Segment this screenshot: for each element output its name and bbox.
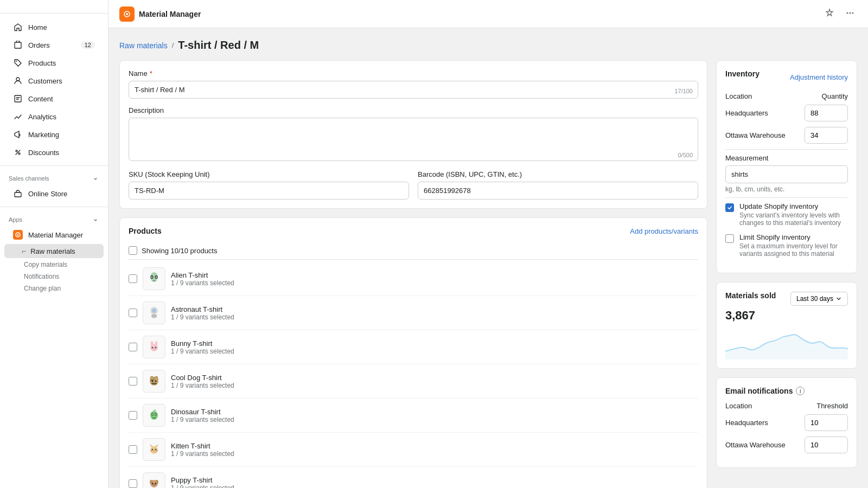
- orders-icon: [13, 40, 23, 50]
- svg-point-1: [16, 61, 17, 62]
- product-checkbox-bunny[interactable]: [129, 343, 137, 351]
- product-thumb-bunny: [143, 336, 165, 358]
- description-input[interactable]: [129, 118, 698, 161]
- adjustment-history-link[interactable]: Adjustment history: [790, 73, 848, 81]
- svg-point-31: [155, 376, 158, 381]
- email-notifications-header: Email notifications i: [725, 387, 848, 395]
- sidebar-item-online-store[interactable]: Online Store: [4, 185, 104, 202]
- info-icon[interactable]: i: [796, 387, 805, 395]
- product-thumb-kitten: [143, 438, 165, 461]
- materials-sold-header: Materials sold Last 30 days: [725, 291, 848, 306]
- sidebar-item-products[interactable]: Products: [4, 54, 104, 72]
- home-icon: [13, 22, 23, 32]
- email-hq-threshold-input[interactable]: [805, 414, 848, 431]
- name-input[interactable]: [129, 81, 698, 99]
- analytics-icon: [13, 112, 23, 121]
- svg-point-10: [126, 13, 128, 15]
- main-area: Material Manager Raw materials / T-shirt…: [108, 0, 868, 488]
- svg-point-17: [151, 277, 152, 278]
- pin-button[interactable]: [822, 6, 837, 22]
- product-checkbox-dinosaur[interactable]: [129, 411, 137, 420]
- marketing-icon: [13, 130, 23, 139]
- product-row-cool-dog: Cool Dog T-shirt 1 / 9 variants selected: [129, 364, 698, 399]
- description-counter: 0/500: [678, 152, 693, 158]
- sidebar-subitem-copy-materials[interactable]: Copy materials: [0, 259, 108, 271]
- basic-info-card: Name * 17/100 Description 0/500: [119, 60, 707, 209]
- update-shopify-text: Update Shopify inventory Sync variant's …: [739, 202, 848, 227]
- measurement-input[interactable]: [725, 165, 848, 183]
- svg-point-20: [152, 309, 156, 313]
- limit-shopify-desc: Set a maximum inventory level for varian…: [739, 242, 848, 258]
- limit-shopify-text: Limit Shopify inventory Set a maximum in…: [739, 233, 848, 258]
- topbar-title: Material Manager: [139, 10, 201, 18]
- product-checkbox-kitten[interactable]: [129, 445, 137, 454]
- ottawa-quantity-input[interactable]: [805, 127, 848, 144]
- period-dropdown[interactable]: Last 30 days: [790, 292, 848, 306]
- store-icon: [13, 189, 23, 198]
- sidebar-item-customers[interactable]: Customers: [4, 72, 104, 89]
- product-checkbox-alien[interactable]: [129, 274, 137, 283]
- svg-point-41: [150, 446, 158, 454]
- product-row-puppy: Puppy T-shirt 1 / 9 variants selected: [129, 467, 698, 488]
- sidebar-item-discounts[interactable]: Discounts: [4, 144, 104, 161]
- update-shopify-desc: Sync variant's inventory levels with cha…: [739, 211, 848, 227]
- material-manager-icon: [13, 230, 23, 240]
- sidebar-header: [0, 0, 108, 14]
- name-input-row: 17/100: [129, 81, 698, 99]
- update-shopify-checkbox[interactable]: [725, 203, 734, 212]
- sidebar-item-content[interactable]: Content: [4, 90, 104, 107]
- email-location-col-header: Location: [725, 402, 752, 410]
- svg-point-40: [155, 414, 156, 415]
- product-variants-kitten: 1 / 9 variants selected: [171, 450, 698, 458]
- required-star: *: [150, 69, 152, 78]
- hq-quantity-input[interactable]: [805, 105, 848, 121]
- barcode-input[interactable]: [418, 182, 698, 200]
- sidebar-item-analytics[interactable]: Analytics: [4, 108, 104, 125]
- inventory-col-headers: Location Quantity: [725, 92, 848, 100]
- product-thumb-astronaut: [143, 301, 165, 324]
- sidebar-item-material-manager[interactable]: Material Manager: [4, 226, 104, 243]
- email-notifications-card: Email notifications i Location Threshold…: [716, 377, 857, 468]
- orders-badge: 12: [81, 41, 95, 49]
- name-label: Name *: [129, 69, 698, 78]
- product-name-puppy: Puppy T-shirt: [171, 476, 698, 484]
- more-options-button[interactable]: [843, 6, 857, 22]
- topbar-right: [822, 6, 857, 22]
- product-variants-astronaut: 1 / 9 variants selected: [171, 313, 698, 321]
- add-products-link[interactable]: Add products/variants: [630, 227, 698, 235]
- sidebar-subitem-notifications[interactable]: Notifications: [0, 271, 108, 282]
- product-variants-puppy: 1 / 9 variants selected: [171, 484, 698, 489]
- product-checkbox-astronaut[interactable]: [129, 309, 137, 317]
- email-ottawa-threshold-input[interactable]: [805, 436, 848, 453]
- product-thumb-cool-dog: [143, 370, 165, 393]
- sidebar-item-home[interactable]: Home: [4, 18, 104, 36]
- svg-rect-34: [151, 383, 157, 384]
- breadcrumb-parent[interactable]: Raw materials: [119, 41, 168, 50]
- sidebar-item-marketing[interactable]: Marketing: [4, 126, 104, 143]
- inventory-row-hq: Headquarters: [725, 105, 848, 121]
- select-all-checkbox[interactable]: [129, 246, 137, 255]
- product-info-puppy: Puppy T-shirt 1 / 9 variants selected: [171, 476, 698, 489]
- sidebar-item-orders-label: Orders: [28, 41, 50, 49]
- breadcrumb: Raw materials / T-shirt / Red / M: [119, 39, 857, 52]
- materials-sold-count: 3,867: [725, 309, 848, 323]
- product-row-astronaut: Astronaut T-shirt 1 / 9 variants selecte…: [129, 296, 698, 330]
- right-column: Inventory Adjustment history Location Qu…: [716, 60, 857, 468]
- product-checkbox-puppy[interactable]: [129, 479, 137, 488]
- product-checkbox-cool-dog[interactable]: [129, 377, 137, 386]
- inventory-title: Inventory: [725, 69, 760, 78]
- app-logo: [119, 7, 135, 22]
- sku-input[interactable]: [129, 182, 409, 200]
- sidebar-item-orders[interactable]: Orders 12: [4, 36, 104, 54]
- product-info-kitten: Kitten T-shirt 1 / 9 variants selected: [171, 442, 698, 458]
- limit-shopify-row: Limit Shopify inventory Set a maximum in…: [725, 233, 848, 258]
- sidebar-subitem-change-plan[interactable]: Change plan: [0, 282, 108, 294]
- sidebar-item-raw-materials[interactable]: ⌐ Raw materials: [4, 244, 104, 258]
- email-notif-hq-row: Headquarters: [725, 414, 848, 431]
- sidebar-item-home-label: Home: [28, 23, 47, 31]
- sidebar: Home Orders 12 Products Customers: [0, 0, 108, 488]
- limit-shopify-checkbox[interactable]: [725, 234, 734, 243]
- measurement-label: Measurement: [725, 154, 848, 162]
- product-variants-cool-dog: 1 / 9 variants selected: [171, 382, 698, 389]
- sidebar-item-discounts-label: Discounts: [28, 149, 59, 157]
